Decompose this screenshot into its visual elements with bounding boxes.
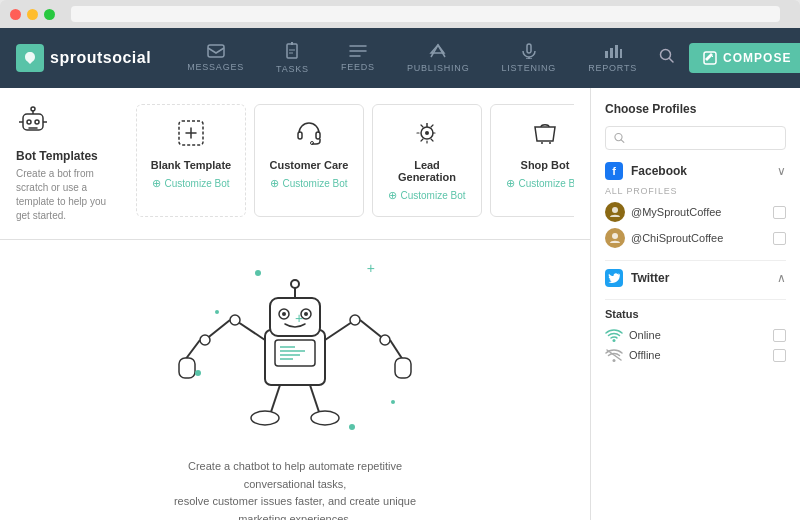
svg-rect-6 (610, 48, 613, 58)
bot-lower: + + (0, 240, 590, 520)
bot-templates-title: Bot Templates (16, 149, 116, 163)
publishing-icon (429, 43, 447, 59)
wifi-icon (605, 328, 623, 342)
svg-rect-0 (208, 45, 224, 57)
svg-point-13 (35, 120, 39, 124)
svg-point-60 (613, 359, 616, 362)
lead-gen-action[interactable]: Customize Bot (388, 189, 465, 202)
template-card-shop-bot[interactable]: Shop Bot Customize Bot (490, 104, 574, 217)
title-bar (0, 0, 800, 28)
svg-point-25 (549, 142, 551, 144)
blank-template-name: Blank Template (151, 159, 232, 171)
logo: sproutsocial (16, 44, 151, 72)
compose-icon (703, 51, 717, 65)
search-profiles[interactable] (605, 126, 786, 150)
twitter-icon (605, 269, 623, 287)
template-card-lead-gen[interactable]: Lead Generation Customize Bot (372, 104, 482, 217)
facebook-chevron-icon: ∨ (777, 164, 786, 178)
profile-name-mysprout: @MySproutCoffee (631, 206, 721, 218)
nav-listening-label: LISTENING (501, 63, 556, 73)
messages-icon (207, 44, 225, 58)
listening-icon (520, 43, 538, 59)
bot-templates-desc: Create a bot from scratch or use a templ… (16, 167, 116, 223)
address-bar (71, 6, 780, 22)
search-profiles-input[interactable] (631, 132, 777, 144)
nav-bar: sproutsocial MESSAGES TASKS FEEDS (0, 28, 800, 88)
status-checkbox-offline[interactable] (773, 349, 786, 362)
svg-point-41 (230, 315, 240, 325)
facebook-icon: f (605, 162, 623, 180)
svg-point-59 (613, 339, 616, 342)
svg-line-52 (270, 385, 280, 415)
close-button[interactable] (10, 9, 21, 20)
customer-care-name: Customer Care (270, 159, 349, 171)
blank-template-action[interactable]: Customize Bot (152, 177, 229, 190)
svg-point-53 (251, 411, 279, 425)
svg-point-43 (200, 335, 210, 345)
status-checkbox-online[interactable] (773, 329, 786, 342)
compose-button[interactable]: COMPOSE (689, 43, 800, 73)
profile-info-chisprout: @ChiSproutCoffee (605, 228, 723, 248)
profile-row-mysprout: @MySproutCoffee (605, 202, 786, 222)
svg-rect-51 (395, 358, 411, 378)
svg-line-44 (185, 340, 200, 360)
status-title: Status (605, 308, 786, 320)
blank-template-icon (177, 119, 205, 153)
nav-reports[interactable]: REPORTS (572, 28, 653, 88)
svg-point-47 (350, 315, 360, 325)
profile-row-chisprout: @ChiSproutCoffee (605, 228, 786, 248)
shop-bot-action[interactable]: Customize Bot (506, 177, 574, 190)
maximize-button[interactable] (44, 9, 55, 20)
twitter-group-header[interactable]: Twitter ∧ (605, 269, 786, 287)
nav-actions: COMPOSE (653, 42, 800, 74)
svg-rect-8 (620, 49, 622, 58)
facebook-group: f Facebook ∨ ALL PROFILES @MySproutCoffe… (605, 162, 786, 248)
status-row-offline: Offline (605, 348, 786, 362)
main-area: Bot Templates Create a bot from scratch … (0, 88, 800, 520)
search-profiles-icon (614, 132, 625, 144)
bot-illustration: + + (0, 240, 590, 520)
feeds-icon (349, 44, 367, 58)
template-cards: Blank Template Customize Bot C (136, 104, 574, 217)
nav-publishing[interactable]: PUBLISHING (391, 28, 486, 88)
customer-care-action[interactable]: Customize Bot (270, 177, 347, 190)
search-button[interactable] (653, 42, 681, 74)
template-card-blank[interactable]: Blank Template Customize Bot (136, 104, 246, 217)
template-card-customer-care[interactable]: Customer Care Customize Bot (254, 104, 364, 217)
svg-point-24 (541, 142, 543, 144)
profile-name-chisprout: @ChiSproutCoffee (631, 232, 723, 244)
nav-tasks[interactable]: TASKS (260, 28, 325, 88)
profile-checkbox-chisprout[interactable] (773, 232, 786, 245)
bot-templates-info: Bot Templates Create a bot from scratch … (16, 104, 116, 223)
status-label-offline: Offline (629, 349, 661, 361)
facebook-group-header[interactable]: f Facebook ∨ (605, 162, 786, 180)
nav-messages-label: MESSAGES (187, 62, 244, 72)
nav-items: MESSAGES TASKS FEEDS PUBLISHING (171, 28, 653, 88)
svg-rect-19 (298, 132, 302, 139)
nav-feeds[interactable]: FEEDS (325, 28, 391, 88)
profile-checkbox-mysprout[interactable] (773, 206, 786, 219)
logo-icon (16, 44, 44, 72)
svg-rect-2 (527, 44, 531, 53)
svg-rect-20 (316, 132, 320, 139)
twitter-group: Twitter ∧ (605, 269, 786, 287)
status-info-offline: Offline (605, 348, 661, 362)
svg-rect-45 (179, 358, 195, 378)
reports-icon (604, 43, 622, 59)
nav-listening[interactable]: LISTENING (485, 28, 572, 88)
robot-svg-container: + + (175, 250, 415, 450)
twitter-chevron-icon: ∧ (777, 271, 786, 285)
svg-point-21 (311, 142, 314, 145)
svg-point-12 (27, 120, 31, 124)
minimize-button[interactable] (27, 9, 38, 20)
divider (605, 260, 786, 261)
nav-feeds-label: FEEDS (341, 62, 375, 72)
right-panel: Choose Profiles f Facebook ∨ ALL PROFILE… (590, 88, 800, 520)
bot-description: Create a chatbot to help automate repeti… (155, 458, 435, 520)
nav-messages[interactable]: MESSAGES (171, 28, 260, 88)
shop-bot-icon (531, 119, 559, 153)
panel-title: Choose Profiles (605, 102, 786, 116)
svg-rect-1 (287, 44, 297, 58)
profile-info-mysprout: @MySproutCoffee (605, 202, 721, 222)
svg-point-33 (282, 312, 286, 316)
